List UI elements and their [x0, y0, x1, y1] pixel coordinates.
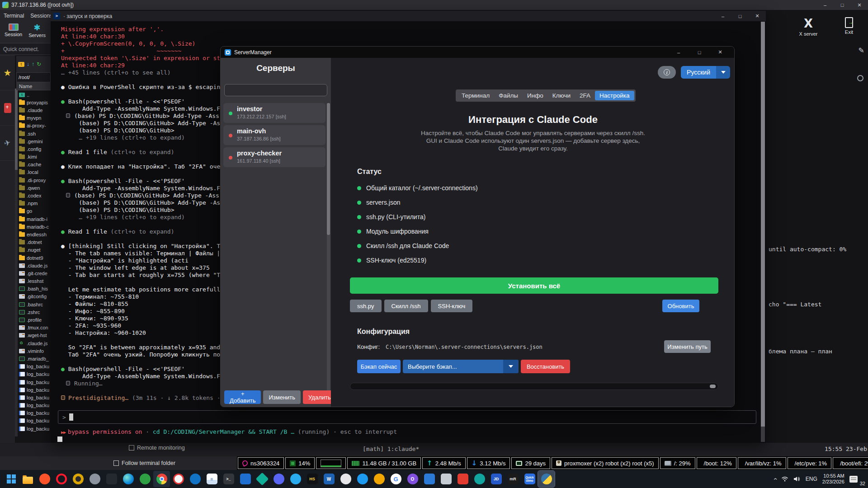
- favorites-button[interactable]: ★: [0, 55, 15, 90]
- desktop-icon-x-server[interactable]: X X server: [794, 17, 823, 37]
- taskbar-cell[interactable]: [454, 471, 471, 487]
- file-row[interactable]: .tmux.con: [18, 324, 51, 332]
- column-header-name[interactable]: Name: [16, 82, 51, 90]
- refresh-icon[interactable]: ↻: [37, 61, 41, 67]
- desktop-icon-exit[interactable]: Exit: [835, 17, 863, 37]
- tab-keys[interactable]: Ключи: [548, 91, 575, 100]
- blue-tool[interactable]: [424, 474, 435, 484]
- file-row[interactable]: .config: [18, 145, 51, 153]
- file-row[interactable]: .nuget: [18, 246, 51, 254]
- taskbar-cell[interactable]: [3, 471, 19, 487]
- taskbar-cell[interactable]: [471, 471, 488, 487]
- follow-terminal-folder-checkbox[interactable]: Follow terminal folder: [113, 460, 175, 466]
- taskbar-cell[interactable]: [254, 471, 270, 487]
- taskbar-cell[interactable]: ≡: [203, 471, 220, 487]
- file-row[interactable]: proxyapis: [18, 99, 51, 106]
- file-row[interactable]: .bashrc: [18, 300, 51, 308]
- file-row[interactable]: log_backu: [18, 425, 51, 432]
- terminal-title-bar[interactable]: > · запуск и проверка – □ ✕: [51, 11, 766, 21]
- taskbar-cell[interactable]: [538, 471, 555, 487]
- wifi-icon[interactable]: [781, 476, 788, 482]
- taskbar-cell[interactable]: [354, 471, 371, 487]
- taskbar-cell[interactable]: [337, 471, 354, 487]
- restore-button[interactable]: Восстановить: [521, 360, 570, 373]
- refresh-button[interactable]: Обновить: [662, 300, 699, 312]
- server-manager-title-bar[interactable]: ServerManager – □ ✕: [221, 47, 734, 58]
- path-input[interactable]: /root/: [16, 72, 51, 82]
- taskbar-cell[interactable]: [103, 471, 120, 487]
- metric-ram[interactable]: 11.48 GB / 31.00 GB: [347, 457, 421, 469]
- chrome-browser[interactable]: [156, 474, 167, 484]
- file-row[interactable]: endlessh: [18, 230, 51, 238]
- file-row[interactable]: log_backu: [18, 402, 51, 409]
- sshpy-button[interactable]: ssh.py: [350, 300, 382, 312]
- teal-app[interactable]: [474, 474, 485, 484]
- tray-expand-icon[interactable]: ›: [771, 478, 778, 480]
- file-row[interactable]: .wget-hst: [18, 332, 51, 339]
- file-row[interactable]: log_backu: [18, 371, 51, 378]
- keyboard-language[interactable]: ENG: [806, 476, 817, 482]
- info-button[interactable]: i: [658, 66, 676, 79]
- file-row[interactable]: .cache: [18, 161, 51, 169]
- terminal-app[interactable]: >_: [223, 474, 234, 484]
- taskbar-cell[interactable]: >_: [220, 471, 237, 487]
- quick-utmo[interactable]: Quick utmo: [524, 474, 535, 484]
- file-row[interactable]: log_backu: [18, 409, 51, 417]
- amber-app[interactable]: [73, 474, 84, 484]
- metric-cpu[interactable]: 14%: [285, 457, 315, 469]
- sm-maximize-button[interactable]: □: [689, 47, 710, 58]
- file-row[interactable]: .dotnet: [18, 239, 51, 246]
- server-item-main-ovh[interactable]: main-ovh 37.187.136.86 [ssh]: [223, 125, 326, 145]
- taskbar-cell[interactable]: [153, 471, 170, 487]
- taskbar-cell[interactable]: [270, 471, 287, 487]
- taskbar-cell[interactable]: [19, 471, 36, 487]
- purple-app[interactable]: O: [407, 474, 418, 484]
- file-row[interactable]: .claude: [18, 106, 51, 114]
- change-path-button[interactable]: Изменить путь: [664, 340, 711, 353]
- taskbar-cell[interactable]: [86, 471, 103, 487]
- github-desktop[interactable]: [90, 474, 100, 484]
- file-row[interactable]: .codex: [18, 192, 51, 199]
- tab-terminal[interactable]: Терминал: [457, 91, 494, 100]
- speaker-icon[interactable]: [793, 476, 801, 482]
- notifications-icon[interactable]: [849, 476, 858, 483]
- taskbar-cell[interactable]: [170, 471, 187, 487]
- file-row[interactable]: .claude.js: [18, 339, 51, 347]
- quick-connect-input[interactable]: Quick connect.: [0, 43, 51, 55]
- tab-2fa[interactable]: 2FA: [575, 91, 595, 100]
- metric-hostname[interactable]: ns3063324: [238, 457, 284, 469]
- language-select[interactable]: Русский: [681, 66, 730, 79]
- backup-now-button[interactable]: Бэкап сейчас: [357, 360, 401, 373]
- server-search-input[interactable]: [224, 84, 327, 96]
- file-row[interactable]: log_backu: [18, 363, 51, 371]
- download-icon[interactable]: ↓: [27, 61, 29, 67]
- taskbar-cell[interactable]: G: [387, 471, 404, 487]
- taskbar-cell[interactable]: mR: [505, 471, 521, 487]
- tray-clock[interactable]: 10:55 AM 2/23/2026: [822, 473, 844, 485]
- musicbee[interactable]: mR: [508, 474, 519, 484]
- ring-icon[interactable]: [857, 75, 863, 81]
- tab-settings[interactable]: Настройка: [595, 91, 634, 100]
- session-button[interactable]: Session: [5, 23, 22, 43]
- tab-files[interactable]: Файлы: [494, 91, 523, 100]
- file-row[interactable]: go: [18, 207, 51, 215]
- file-row[interactable]: .bash_his: [18, 285, 51, 293]
- file-row[interactable]: .local: [18, 169, 51, 176]
- file-row[interactable]: myvpn: [18, 114, 51, 122]
- taskbar-cell[interactable]: [371, 471, 387, 487]
- horizontal-scrollbar[interactable]: [350, 383, 718, 390]
- metric-net-up[interactable]: 2.48 Mb/s: [422, 457, 466, 469]
- server-item-investor[interactable]: investor 173.212.212.157 [ssh]: [223, 103, 326, 123]
- ssh-key-button[interactable]: SSH-ключ: [431, 300, 473, 312]
- file-row[interactable]: .npm: [18, 200, 51, 207]
- upload-icon[interactable]: ↑: [32, 61, 34, 67]
- start-button[interactable]: [6, 474, 17, 484]
- file-row[interactable]: log_backu: [18, 386, 51, 394]
- taskbar-cell[interactable]: O: [404, 471, 421, 487]
- transfer-button[interactable]: ✈: [0, 126, 15, 161]
- file-row[interactable]: mariadb-i: [18, 215, 51, 223]
- edit-server-button[interactable]: Изменить: [263, 390, 301, 404]
- file-row[interactable]: .ssh: [18, 130, 51, 137]
- metric-uptime[interactable]: 29 days: [511, 457, 550, 469]
- file-row[interactable]: log_backu: [18, 417, 51, 425]
